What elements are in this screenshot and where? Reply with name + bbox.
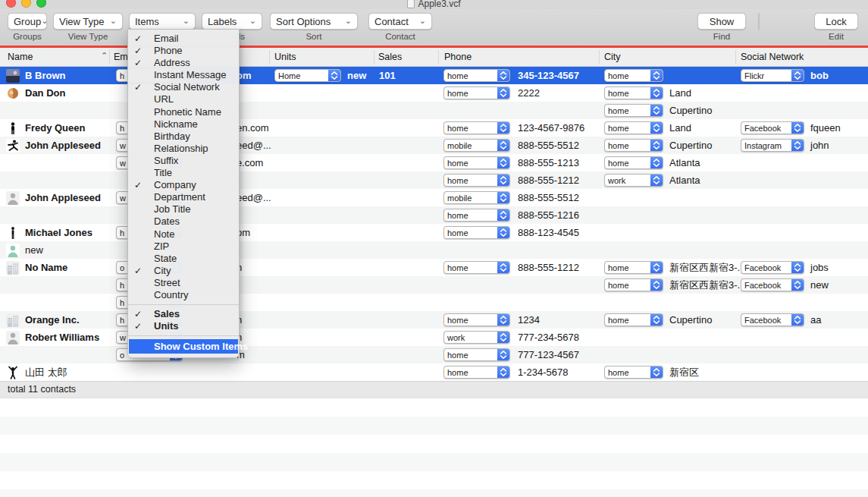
city-label-popup[interactable]: home (604, 261, 663, 274)
lock-button[interactable]: Lock (814, 13, 858, 30)
phone-cell: home345-123-4567 (438, 67, 599, 84)
units-label: Home (275, 70, 328, 81)
city-label-popup[interactable]: home (604, 69, 663, 82)
menu-item-birthday[interactable]: Birthday (128, 131, 239, 143)
column-header-units[interactable]: Units (274, 52, 296, 62)
city-label-popup[interactable]: home (604, 278, 663, 291)
menu-item-suffix[interactable]: Suffix (128, 155, 239, 167)
empty-row (0, 471, 868, 489)
column-header-name[interactable]: Name (8, 52, 33, 62)
phone-value: 345-123-4567 (518, 67, 579, 84)
menu-item-company[interactable]: ✓Company (128, 179, 239, 191)
menu-item-city[interactable]: ✓City (128, 265, 239, 277)
phone-label-popup[interactable]: home (443, 209, 510, 222)
city-cell (599, 189, 735, 206)
units-label-popup[interactable]: Home (274, 69, 341, 82)
column-header-social-network[interactable]: Social Network (741, 52, 804, 62)
social-network-label-popup[interactable]: Facebook (741, 313, 804, 326)
view-type-dropdown[interactable]: View Type⌄ (53, 13, 123, 30)
column-header-phone[interactable]: Phone (444, 52, 472, 62)
group-dropdown[interactable]: Group⌄ (8, 13, 47, 30)
menu-item-url[interactable]: URL (128, 93, 239, 105)
contact-avatar (6, 261, 20, 275)
city-label-popup[interactable]: home (604, 366, 663, 379)
social-network-label-popup[interactable]: Instagram (741, 139, 804, 152)
phone-label-popup[interactable]: home (443, 121, 510, 134)
menu-item-department[interactable]: Department (128, 191, 239, 203)
menu-item-email[interactable]: ✓Email (128, 33, 239, 45)
phone-label-popup[interactable]: home (443, 174, 510, 187)
social-network-label-popup[interactable]: Facebook (741, 278, 804, 291)
menu-item-relationship[interactable]: Relationship (128, 143, 239, 155)
menu-item-note[interactable]: Note (128, 228, 239, 241)
show-button-label: Show (710, 16, 735, 27)
city-label-popup[interactable]: home (604, 121, 663, 134)
social-network-label-popup[interactable]: Flickr (741, 69, 804, 82)
menu-separator (128, 335, 239, 336)
phone-value: 123-4567-9876 (518, 119, 584, 137)
menu-item-sales[interactable]: ✓Sales (128, 308, 239, 320)
city-label-popup[interactable]: home (604, 156, 663, 169)
menu-item-phone[interactable]: ✓Phone (128, 45, 239, 57)
menu-item-phonetic-name[interactable]: Phonetic Name (128, 106, 239, 118)
items-dropdown[interactable]: Items⌄ (129, 13, 196, 30)
phone-label-popup[interactable]: home (443, 69, 510, 82)
phone-label-popup[interactable]: home (443, 226, 510, 239)
menu-item-address[interactable]: ✓Address (128, 57, 239, 69)
menu-item-street[interactable]: Street (128, 277, 239, 289)
contact-dropdown[interactable]: Contact⌄ (368, 13, 432, 30)
social-network-cell (735, 294, 868, 311)
left-panel-toggle-button[interactable] (759, 14, 760, 30)
group-dropdown-label: Group (14, 16, 41, 27)
menu-item-instant-message[interactable]: Instant Message (128, 69, 239, 81)
phone-label-popup[interactable]: mobile (443, 191, 510, 204)
phone-label-popup[interactable]: home (443, 313, 510, 326)
social-network-label-popup[interactable]: Facebook (741, 121, 804, 134)
menu-item-country[interactable]: Country (128, 289, 239, 301)
menu-item-job-title[interactable]: Job Title (128, 203, 239, 215)
menu-item-title[interactable]: Title (128, 167, 239, 179)
menu-item-nickname[interactable]: Nickname (128, 118, 239, 131)
city-label: home (605, 105, 650, 116)
city-label-popup[interactable]: home (604, 313, 663, 326)
right-panel-toggle-button[interactable] (759, 14, 760, 30)
menu-item-dates[interactable]: Dates (128, 215, 239, 228)
app-window: Apple3.vcf Group⌄ Groups View Type⌄ View… (0, 0, 868, 497)
items-dropdown-label: Items (135, 16, 159, 27)
column-header-city[interactable]: City (604, 52, 621, 62)
menu-item-state[interactable]: State (128, 253, 239, 265)
column-header-sales[interactable]: Sales (378, 52, 402, 62)
city-label-popup[interactable]: home (604, 139, 663, 152)
status-bar: total 11 contacts (0, 381, 868, 398)
menu-item-zip[interactable]: ZIP (128, 241, 239, 253)
social-network-value: john (810, 137, 829, 154)
menu-item-units[interactable]: ✓Units (128, 320, 239, 332)
phone-value: 1234 (518, 311, 540, 329)
popup-stepper-icon (791, 122, 804, 134)
popup-stepper-icon (497, 262, 509, 273)
phone-value: 888-555-1213 (518, 154, 579, 171)
phone-label-popup[interactable]: home (443, 156, 510, 169)
phone-label-popup[interactable]: work (443, 331, 510, 344)
phone-label: mobile (444, 192, 497, 203)
labels-dropdown[interactable]: Labels⌄ (202, 13, 262, 30)
city-label-popup[interactable]: home (604, 87, 663, 99)
window-title: Apple3.vcf (418, 0, 460, 9)
sort-options-dropdown[interactable]: Sort Options⌄ (270, 13, 358, 30)
menu-item-social-network[interactable]: ✓Social Network (128, 81, 239, 93)
phone-label-popup[interactable]: home (443, 87, 510, 99)
show-button[interactable]: Show (697, 13, 746, 30)
city-label-popup[interactable]: work (604, 174, 663, 187)
table-row[interactable]: 山田 太郎 home1-234-5678 home新宿区 (0, 363, 868, 381)
phone-label-popup[interactable]: mobile (443, 139, 510, 152)
menu-item-show-custom-items[interactable]: Show Custom Items (129, 339, 238, 354)
phone-label-popup[interactable]: home (443, 366, 510, 379)
checkmark-icon: ✓ (134, 57, 149, 69)
column-separator (269, 50, 270, 64)
social-network-label-popup[interactable]: Facebook (741, 261, 804, 274)
phone-label-popup[interactable]: home (443, 348, 510, 361)
city-value: Land (669, 119, 691, 137)
city-label-popup[interactable]: home (604, 104, 663, 117)
social-network-cell (735, 84, 868, 102)
phone-label-popup[interactable]: home (443, 261, 510, 274)
